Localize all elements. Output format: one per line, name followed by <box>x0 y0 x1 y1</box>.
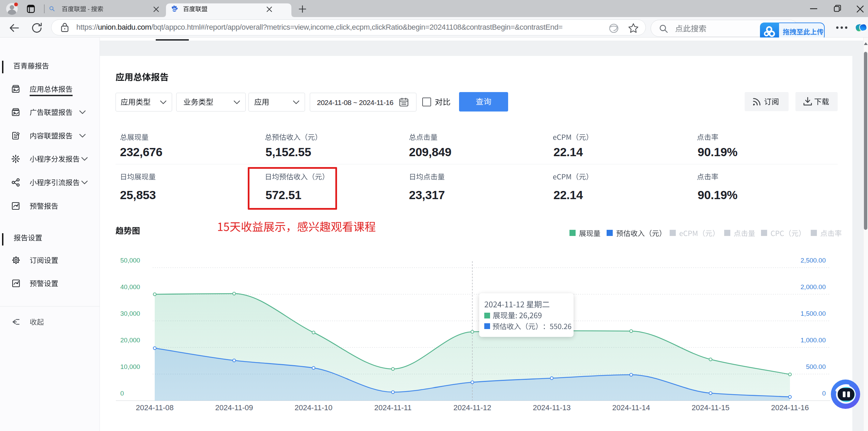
svg-text:2024-11-12: 2024-11-12 <box>454 403 491 412</box>
svg-text:20,000: 20,000 <box>120 337 140 344</box>
svg-text:50,000: 50,000 <box>120 257 140 264</box>
svg-text:1,500.00: 1,500.00 <box>801 310 826 317</box>
svg-text:10,000: 10,000 <box>120 363 140 370</box>
svg-text:40,000: 40,000 <box>120 283 140 291</box>
svg-text:2,500.00: 2,500.00 <box>801 257 826 264</box>
svg-text:2024-11-10: 2024-11-10 <box>295 403 333 412</box>
svg-text:2,000.00: 2,000.00 <box>801 283 826 291</box>
svg-text:2024-11-13: 2024-11-13 <box>533 403 571 412</box>
svg-text:2024-11-11: 2024-11-11 <box>374 403 411 412</box>
svg-text:2024-11-15: 2024-11-15 <box>692 403 730 412</box>
svg-text:0: 0 <box>822 390 826 397</box>
svg-text:du: du <box>173 9 176 11</box>
svg-text:2024-11-14: 2024-11-14 <box>612 403 650 412</box>
svg-text:30,000: 30,000 <box>120 310 140 317</box>
svg-text:2024-11-08: 2024-11-08 <box>136 403 174 412</box>
svg-text:500.00: 500.00 <box>806 363 826 370</box>
svg-text:2024-11-09: 2024-11-09 <box>215 403 253 412</box>
svg-text:0: 0 <box>120 390 124 397</box>
svg-text:2024-11-16: 2024-11-16 <box>771 403 809 412</box>
svg-text:1,000.00: 1,000.00 <box>801 337 826 344</box>
